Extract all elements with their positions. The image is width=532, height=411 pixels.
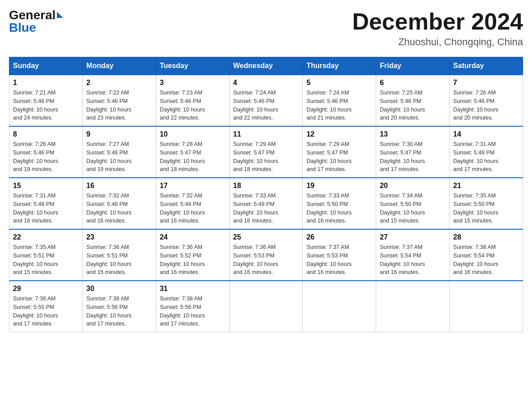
day-info: Sunrise: 7:36 AM Sunset: 5:52 PM Dayligh… [160,243,226,277]
day-number: 23 [86,233,152,241]
day-number: 12 [306,130,372,138]
table-row: 1 Sunrise: 7:21 AM Sunset: 5:46 PM Dayli… [9,75,83,126]
table-row: 16 Sunrise: 7:32 AM Sunset: 5:48 PM Dayl… [82,178,156,229]
table-row: 25 Sunrise: 7:36 AM Sunset: 5:53 PM Dayl… [229,229,303,281]
day-info: Sunrise: 7:27 AM Sunset: 5:46 PM Dayligh… [86,140,152,174]
day-number: 16 [86,182,152,190]
calendar-week-row: 29 Sunrise: 7:38 AM Sunset: 5:55 PM Dayl… [9,281,523,332]
day-info: Sunrise: 7:29 AM Sunset: 5:47 PM Dayligh… [306,140,372,174]
header-thursday: Thursday [303,57,376,75]
day-number: 21 [453,182,519,190]
day-info: Sunrise: 7:38 AM Sunset: 5:55 PM Dayligh… [13,295,79,328]
logo: General Blue [9,9,63,34]
location-subtitle: Zhuoshui, Chongqing, China [352,36,523,48]
table-row: 18 Sunrise: 7:33 AM Sunset: 5:49 PM Dayl… [229,178,303,229]
logo-general-text: General [9,9,56,21]
day-number: 20 [380,182,446,190]
day-info: Sunrise: 7:36 AM Sunset: 5:53 PM Dayligh… [233,243,299,277]
day-number: 28 [453,233,519,241]
calendar-week-row: 1 Sunrise: 7:21 AM Sunset: 5:46 PM Dayli… [9,75,523,126]
day-info: Sunrise: 7:32 AM Sunset: 5:48 PM Dayligh… [86,192,152,225]
day-info: Sunrise: 7:24 AM Sunset: 5:46 PM Dayligh… [233,89,299,122]
day-number: 31 [160,285,226,293]
table-row: 19 Sunrise: 7:33 AM Sunset: 5:50 PM Dayl… [303,178,376,229]
table-row: 17 Sunrise: 7:32 AM Sunset: 5:49 PM Dayl… [156,178,229,229]
day-number: 25 [233,233,299,241]
day-info: Sunrise: 7:26 AM Sunset: 5:46 PM Dayligh… [453,89,519,122]
header-saturday: Saturday [450,57,523,75]
table-row: 31 Sunrise: 7:38 AM Sunset: 5:56 PM Dayl… [156,281,229,332]
day-number: 1 [13,79,79,87]
day-number: 9 [86,130,152,138]
day-info: Sunrise: 7:26 AM Sunset: 5:46 PM Dayligh… [13,140,79,174]
table-row [450,281,523,332]
day-info: Sunrise: 7:25 AM Sunset: 5:46 PM Dayligh… [380,89,446,122]
day-info: Sunrise: 7:31 AM Sunset: 5:48 PM Dayligh… [453,140,519,174]
day-info: Sunrise: 7:23 AM Sunset: 5:46 PM Dayligh… [160,89,226,122]
table-row: 9 Sunrise: 7:27 AM Sunset: 5:46 PM Dayli… [82,126,156,178]
day-number: 10 [160,130,226,138]
table-row: 28 Sunrise: 7:38 AM Sunset: 5:54 PM Dayl… [450,229,523,281]
day-info: Sunrise: 7:31 AM Sunset: 5:48 PM Dayligh… [13,192,79,225]
calendar-week-row: 22 Sunrise: 7:35 AM Sunset: 5:51 PM Dayl… [9,229,523,281]
day-info: Sunrise: 7:32 AM Sunset: 5:49 PM Dayligh… [160,192,226,225]
day-info: Sunrise: 7:38 AM Sunset: 5:56 PM Dayligh… [86,295,152,328]
day-number: 24 [160,233,226,241]
calendar-table: Sunday Monday Tuesday Wednesday Thursday… [9,57,523,332]
table-row: 4 Sunrise: 7:24 AM Sunset: 5:46 PM Dayli… [229,75,303,126]
table-row: 22 Sunrise: 7:35 AM Sunset: 5:51 PM Dayl… [9,229,83,281]
day-info: Sunrise: 7:30 AM Sunset: 5:47 PM Dayligh… [380,140,446,174]
table-row: 13 Sunrise: 7:30 AM Sunset: 5:47 PM Dayl… [376,126,450,178]
day-number: 29 [13,285,79,293]
day-number: 27 [380,233,446,241]
day-number: 17 [160,182,226,190]
day-info: Sunrise: 7:38 AM Sunset: 5:56 PM Dayligh… [160,295,226,328]
day-number: 26 [306,233,372,241]
table-row: 24 Sunrise: 7:36 AM Sunset: 5:52 PM Dayl… [156,229,229,281]
day-info: Sunrise: 7:36 AM Sunset: 5:51 PM Dayligh… [86,243,152,277]
page-header: General Blue December 2024 Zhuoshui, Cho… [9,9,523,48]
table-row [229,281,303,332]
day-info: Sunrise: 7:38 AM Sunset: 5:54 PM Dayligh… [453,243,519,277]
day-info: Sunrise: 7:34 AM Sunset: 5:50 PM Dayligh… [380,192,446,225]
table-row: 7 Sunrise: 7:26 AM Sunset: 5:46 PM Dayli… [450,75,523,126]
table-row: 12 Sunrise: 7:29 AM Sunset: 5:47 PM Dayl… [303,126,376,178]
day-number: 7 [453,79,519,87]
header-sunday: Sunday [9,57,83,75]
day-number: 3 [160,79,226,87]
table-row: 20 Sunrise: 7:34 AM Sunset: 5:50 PM Dayl… [376,178,450,229]
table-row: 2 Sunrise: 7:22 AM Sunset: 5:46 PM Dayli… [82,75,156,126]
logo-triangle-icon [57,12,63,18]
table-row: 15 Sunrise: 7:31 AM Sunset: 5:48 PM Dayl… [9,178,83,229]
day-number: 6 [380,79,446,87]
logo-blue-text: Blue [9,21,36,34]
day-info: Sunrise: 7:37 AM Sunset: 5:53 PM Dayligh… [306,243,372,277]
day-info: Sunrise: 7:29 AM Sunset: 5:47 PM Dayligh… [233,140,299,174]
calendar-header-row: Sunday Monday Tuesday Wednesday Thursday… [9,57,523,75]
day-number: 22 [13,233,79,241]
table-row: 23 Sunrise: 7:36 AM Sunset: 5:51 PM Dayl… [82,229,156,281]
table-row: 3 Sunrise: 7:23 AM Sunset: 5:46 PM Dayli… [156,75,229,126]
month-title: December 2024 [352,9,523,34]
calendar-week-row: 8 Sunrise: 7:26 AM Sunset: 5:46 PM Dayli… [9,126,523,178]
day-number: 11 [233,130,299,138]
day-info: Sunrise: 7:28 AM Sunset: 5:47 PM Dayligh… [160,140,226,174]
day-info: Sunrise: 7:37 AM Sunset: 5:54 PM Dayligh… [380,243,446,277]
calendar-week-row: 15 Sunrise: 7:31 AM Sunset: 5:48 PM Dayl… [9,178,523,229]
table-row: 11 Sunrise: 7:29 AM Sunset: 5:47 PM Dayl… [229,126,303,178]
table-row: 26 Sunrise: 7:37 AM Sunset: 5:53 PM Dayl… [303,229,376,281]
day-number: 13 [380,130,446,138]
day-info: Sunrise: 7:35 AM Sunset: 5:50 PM Dayligh… [453,192,519,225]
day-number: 18 [233,182,299,190]
day-info: Sunrise: 7:35 AM Sunset: 5:51 PM Dayligh… [13,243,79,277]
day-number: 30 [86,285,152,293]
table-row: 27 Sunrise: 7:37 AM Sunset: 5:54 PM Dayl… [376,229,450,281]
table-row: 21 Sunrise: 7:35 AM Sunset: 5:50 PM Dayl… [450,178,523,229]
header-tuesday: Tuesday [156,57,229,75]
table-row: 14 Sunrise: 7:31 AM Sunset: 5:48 PM Dayl… [450,126,523,178]
table-row: 29 Sunrise: 7:38 AM Sunset: 5:55 PM Dayl… [9,281,83,332]
table-row: 30 Sunrise: 7:38 AM Sunset: 5:56 PM Dayl… [82,281,156,332]
table-row [376,281,450,332]
day-number: 4 [233,79,299,87]
table-row: 6 Sunrise: 7:25 AM Sunset: 5:46 PM Dayli… [376,75,450,126]
